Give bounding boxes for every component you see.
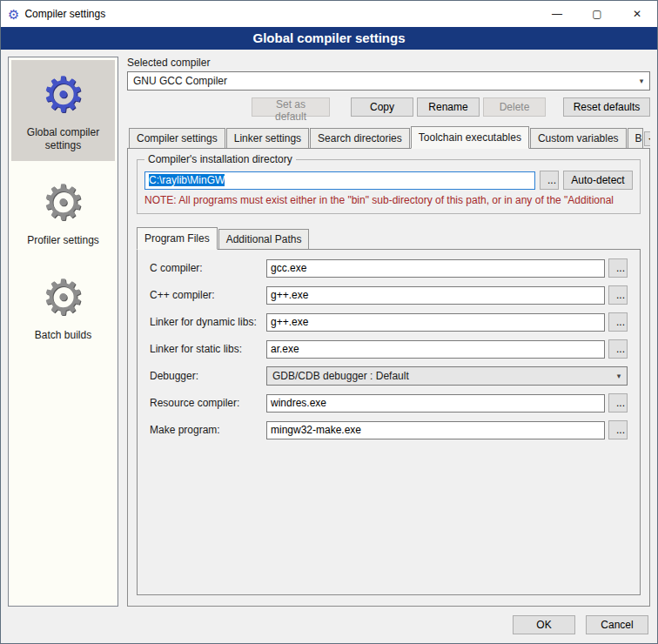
cancel-button[interactable]: Cancel <box>586 615 648 634</box>
installation-directory-groupbox: Compiler's installation directory C:\ray… <box>137 159 641 214</box>
installation-directory-legend: Compiler's installation directory <box>144 153 296 165</box>
close-button[interactable]: ✕ <box>617 1 657 27</box>
debugger-row: Debugger: GDB/CDB debugger : Default ▾ <box>150 366 628 386</box>
dynamic-linker-label: Linker for dynamic libs: <box>150 316 266 328</box>
installation-directory-note: NOTE: All programs must exist either in … <box>144 194 633 206</box>
set-as-default-button[interactable]: Set as default <box>252 97 330 117</box>
tab-linker-settings[interactable]: Linker settings <box>226 128 309 148</box>
debugger-dropdown[interactable]: GDB/CDB debugger : Default ▾ <box>266 366 628 386</box>
resource-compiler-browse-button[interactable]: ... <box>608 393 628 413</box>
sidebar-item-profiler-settings[interactable]: ⚙ Profiler settings <box>11 168 115 256</box>
tab-search-directories[interactable]: Search directories <box>310 128 410 148</box>
rename-button[interactable]: Rename <box>417 97 480 117</box>
c-compiler-label: C compiler: <box>150 262 266 274</box>
tab-toolchain-executables[interactable]: Toolchain executables <box>411 126 529 149</box>
dynamic-linker-input[interactable] <box>266 313 605 332</box>
subtab-additional-paths[interactable]: Additional Paths <box>218 229 310 249</box>
settings-category-list: ⚙ Global compiler settings ⚙ Profiler se… <box>8 57 118 607</box>
chevron-down-icon: ▾ <box>634 77 649 85</box>
title-bar: ⚙ Compiler settings — ▢ ✕ <box>1 1 657 27</box>
delete-button[interactable]: Delete <box>483 97 546 117</box>
sidebar-item-global-compiler-settings[interactable]: ⚙ Global compiler settings <box>11 60 115 161</box>
sidebar-item-label: Profiler settings <box>27 234 99 247</box>
make-program-browse-button[interactable]: ... <box>608 420 628 439</box>
sidebar-item-label: Global compiler settings <box>15 126 111 152</box>
c-compiler-row: C compiler: ... <box>150 258 628 278</box>
content-area: ⚙ Global compiler settings ⚙ Profiler se… <box>1 50 657 610</box>
toolchain-executables-page: Compiler's installation directory C:\ray… <box>127 148 650 607</box>
tab-build-options[interactable]: Build options <box>628 128 643 148</box>
c-compiler-input[interactable] <box>266 259 605 278</box>
c-compiler-browse-button[interactable]: ... <box>608 258 628 278</box>
program-files-tab-strip: Program Files Additional Paths <box>137 226 641 249</box>
compiler-actions-row: Set as default Copy Rename Delete Reset … <box>127 97 650 117</box>
program-files-page: C compiler: ... C++ compiler: ... Linker… <box>137 249 641 595</box>
static-linker-row: Linker for static libs: ... <box>150 339 628 359</box>
reset-defaults-button[interactable]: Reset defaults <box>563 97 650 117</box>
profiler-gear-icon: ⚙ <box>41 178 84 227</box>
settings-tab-strip: Compiler settings Linker settings Search… <box>127 125 650 148</box>
installation-directory-row: C:\raylib\MinGW ... Auto-detect <box>144 171 633 190</box>
batch-builds-gear-icon: ⚙ <box>41 273 84 322</box>
compiler-settings-window: { "colors": { "header-bg": "#17387e", "n… <box>0 0 658 644</box>
sidebar-item-batch-builds[interactable]: ⚙ Batch builds <box>11 263 115 351</box>
installation-directory-value: C:\raylib\MinGW <box>149 174 225 186</box>
resource-compiler-input[interactable] <box>266 394 605 413</box>
resource-compiler-label: Resource compiler: <box>150 397 266 409</box>
static-linker-input[interactable] <box>266 340 605 359</box>
selected-compiler-label: Selected compiler <box>127 57 650 69</box>
selected-compiler-value: GNU GCC Compiler <box>133 75 634 87</box>
cpp-compiler-input[interactable] <box>266 286 605 305</box>
tab-scroll-left-icon[interactable]: ◄ <box>644 131 650 146</box>
page-title: Global compiler settings <box>1 27 657 50</box>
debugger-value: GDB/CDB debugger : Default <box>272 370 611 382</box>
make-program-label: Make program: <box>150 424 266 436</box>
sidebar-item-label: Batch builds <box>35 329 91 342</box>
minimize-button[interactable]: — <box>537 1 577 27</box>
copy-button[interactable]: Copy <box>351 97 413 117</box>
chevron-down-icon: ▾ <box>611 372 627 380</box>
dynamic-linker-row: Linker for dynamic libs: ... <box>150 312 628 332</box>
resource-compiler-row: Resource compiler: ... <box>150 393 628 413</box>
selected-compiler-dropdown[interactable]: GNU GCC Compiler ▾ <box>127 71 650 91</box>
window-controls: — ▢ ✕ <box>537 1 657 27</box>
cpp-compiler-browse-button[interactable]: ... <box>608 285 628 305</box>
maximize-button[interactable]: ▢ <box>577 1 617 27</box>
make-program-row: Make program: ... <box>150 420 628 439</box>
cpp-compiler-row: C++ compiler: ... <box>150 285 628 305</box>
main-panel: Selected compiler GNU GCC Compiler ▾ Set… <box>127 57 650 607</box>
make-program-input[interactable] <box>266 421 605 439</box>
installation-directory-input[interactable]: C:\raylib\MinGW <box>144 171 535 190</box>
tab-scroll-buttons: ◄ ► <box>644 131 650 148</box>
static-linker-browse-button[interactable]: ... <box>608 339 628 359</box>
subtab-program-files[interactable]: Program Files <box>137 227 218 250</box>
debugger-label: Debugger: <box>150 370 266 382</box>
dialog-footer: OK Cancel <box>1 610 657 643</box>
auto-detect-button[interactable]: Auto-detect <box>563 171 633 190</box>
global-compiler-gear-icon: ⚙ <box>41 70 84 119</box>
window-title: Compiler settings <box>24 8 105 20</box>
installation-directory-browse-button[interactable]: ... <box>540 171 559 190</box>
dynamic-linker-browse-button[interactable]: ... <box>608 312 628 332</box>
app-gear-icon: ⚙ <box>8 8 19 21</box>
static-linker-label: Linker for static libs: <box>150 343 266 355</box>
ok-button[interactable]: OK <box>513 615 575 634</box>
cpp-compiler-label: C++ compiler: <box>150 289 266 301</box>
tab-compiler-settings[interactable]: Compiler settings <box>129 128 225 148</box>
tab-custom-variables[interactable]: Custom variables <box>530 128 627 148</box>
